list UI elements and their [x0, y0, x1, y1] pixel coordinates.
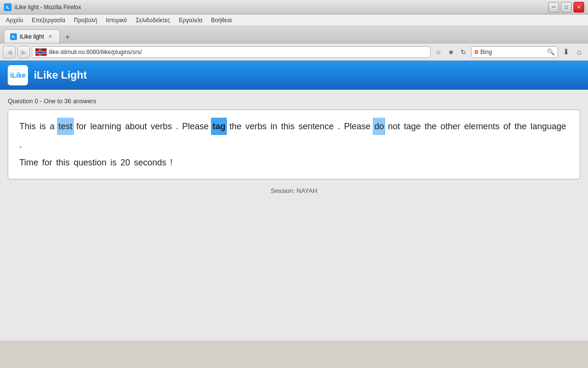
word-tag[interactable]: tag [211, 118, 227, 135]
sentence-line-2: Time for this question is 20 seconds ! [18, 154, 570, 171]
word-the-2[interactable]: the [423, 118, 438, 135]
window-title-area: iL iLike light - Mozilla Firefox [4, 3, 81, 11]
window-titlebar: iL iLike light - Mozilla Firefox ─ □ ✕ [0, 0, 588, 14]
close-button[interactable]: ✕ [574, 2, 584, 13]
word-for-2[interactable]: for [41, 154, 54, 171]
app-logo-text: iLike [10, 71, 26, 79]
window-title-text: iLike light - Mozilla Firefox [14, 4, 81, 11]
search-icon[interactable]: 🔍 [547, 48, 555, 55]
tab-label: iLike light [20, 33, 44, 40]
tabbar: iL iLike light ✕ + [0, 26, 588, 43]
tab-close-button[interactable]: ✕ [47, 33, 54, 40]
download-button[interactable]: ⬇ [560, 46, 572, 58]
word-about[interactable]: about [124, 118, 148, 135]
word-20[interactable]: 20 [119, 154, 131, 171]
word-dot-2: . [336, 118, 341, 135]
sentence-line-1: This is a test for learning about verbs … [18, 118, 570, 154]
word-is-1[interactable]: is [38, 118, 47, 135]
app-header: iLike iLike Light [0, 61, 588, 90]
word-this-3[interactable]: this [55, 154, 71, 171]
word-dot-1: . [174, 118, 180, 135]
page-content: Question 0 - One to 36 answers This is a… [0, 90, 588, 202]
word-for-1[interactable]: for [75, 118, 88, 135]
home-button[interactable]: ⌂ [574, 46, 585, 58]
menu-item-file[interactable]: Αρχείο [2, 16, 27, 25]
active-tab[interactable]: iL iLike light ✕ [4, 29, 60, 43]
word-seconds[interactable]: seconds [132, 154, 168, 171]
word-is-2[interactable]: is [109, 154, 118, 171]
word-this-2[interactable]: this [280, 118, 296, 135]
addressbar: ◀ ▶ ilike.stimuli.no:8080/ilike/plugins/… [0, 43, 588, 61]
menubar: Αρχείο Επεξεργασία Προβολή Ιστορικό Σελι… [0, 14, 588, 26]
word-time[interactable]: Time [18, 154, 40, 171]
star-button[interactable]: ☆ [433, 46, 444, 58]
word-the-3[interactable]: the [513, 118, 528, 135]
session-label: Session: NAYAH [271, 187, 317, 194]
word-elements[interactable]: elements [463, 118, 501, 135]
address-actions: ☆ ★ ↻ [433, 46, 469, 58]
tab-favicon: iL [10, 33, 17, 40]
minimize-button[interactable]: ─ [548, 2, 559, 13]
word-this[interactable]: This [18, 118, 37, 135]
question-label: Question 0 - One to 36 answers [8, 97, 580, 105]
word-a[interactable]: a [48, 118, 56, 135]
app-title: iLike Light [34, 69, 87, 82]
word-tage[interactable]: tage [403, 118, 422, 135]
word-the-1[interactable]: the [228, 118, 243, 135]
word-sentence[interactable]: sentence [297, 118, 335, 135]
refresh-button[interactable]: ↻ [458, 46, 469, 58]
menu-item-help[interactable]: Βοήθεια [207, 16, 236, 25]
word-of[interactable]: of [502, 118, 512, 135]
word-verbs-1[interactable]: verbs [149, 118, 173, 135]
sentence-box: This is a test for learning about verbs … [8, 109, 580, 179]
word-dot-3: . [18, 136, 23, 153]
back-button[interactable]: ◀ [3, 46, 15, 58]
menu-item-edit[interactable]: Επεξεργασία [28, 16, 69, 25]
search-logo: B [475, 49, 478, 55]
word-exclamation: ! [169, 154, 174, 171]
search-value: Bing [480, 49, 492, 55]
search-box[interactable]: B Bing 🔍 [471, 46, 558, 58]
word-in[interactable]: in [269, 118, 279, 135]
word-question[interactable]: question [72, 154, 108, 171]
word-learning[interactable]: learning [89, 118, 123, 135]
forward-button[interactable]: ▶ [17, 46, 30, 58]
window-controls: ─ □ ✕ [548, 2, 584, 13]
window-favicon: iL [4, 3, 12, 11]
address-bar[interactable]: ilike.stimuli.no:8080/ilike/plugins/srs/ [32, 46, 431, 58]
word-please-1[interactable]: Please [181, 118, 210, 135]
word-do[interactable]: do [373, 118, 385, 135]
session-info: Session: NAYAH [8, 187, 580, 194]
flag-icon [35, 48, 47, 56]
word-not[interactable]: not [386, 118, 401, 135]
restore-button[interactable]: □ [561, 2, 572, 13]
menu-item-tools[interactable]: Εργαλεία [175, 16, 207, 25]
word-test[interactable]: test [57, 118, 74, 135]
word-language[interactable]: language [529, 118, 568, 135]
menu-item-history[interactable]: Ιστορικό [102, 16, 131, 25]
bookmark-button[interactable]: ★ [445, 46, 457, 58]
new-tab-button[interactable]: + [62, 31, 73, 43]
word-verbs-2[interactable]: verbs [244, 118, 268, 135]
menu-item-bookmarks[interactable]: Σελιδοδείκτες [132, 16, 174, 25]
word-other[interactable]: other [439, 118, 462, 135]
word-please-2[interactable]: Please [342, 118, 372, 135]
app-logo: iLike [8, 65, 28, 85]
url-text: ilike.stimuli.no:8080/ilike/plugins/srs/ [49, 49, 142, 55]
menu-item-view[interactable]: Προβολή [70, 16, 101, 25]
browser-content: iLike iLike Light Question 0 - One to 36… [0, 61, 588, 341]
